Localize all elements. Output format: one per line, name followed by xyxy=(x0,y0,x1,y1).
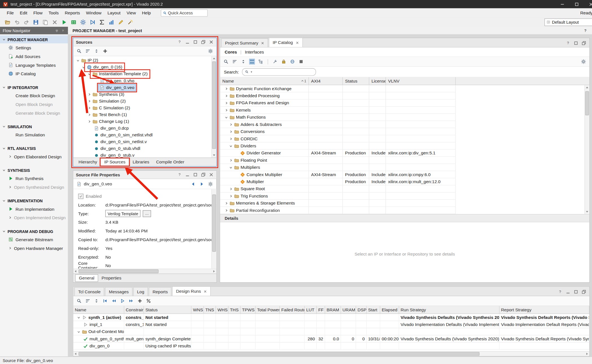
column-header-status[interactable]: Status xyxy=(144,306,191,314)
run-row-mult-gen-0-synth-1[interactable]: mult_gen_0_synth_1mult_gen_0synth_design… xyxy=(73,335,589,342)
tree-item-change-log-1[interactable]: Change Log (1) xyxy=(73,118,217,125)
flow-section-project-manager[interactable]: PROJECT MANAGER xyxy=(0,35,68,43)
menu-layout[interactable]: Layout xyxy=(105,9,124,16)
tab-design-runs[interactable]: Design Runs xyxy=(172,286,211,296)
collapse-all-button[interactable] xyxy=(85,298,90,303)
properties-float-icon[interactable] xyxy=(201,172,206,177)
column-header-lut[interactable]: LUT xyxy=(305,306,317,314)
run-row-impl-1[interactable]: impl_1constrs_1Not startedVivado Impleme… xyxy=(73,321,589,328)
chevron-right-icon[interactable] xyxy=(225,208,228,212)
properties-vertical-scrollbar[interactable] xyxy=(211,189,216,268)
column-header-axi4[interactable]: AXI4 xyxy=(309,77,343,85)
column-header-bram[interactable]: BRAM xyxy=(325,306,341,314)
scroll-left-button[interactable] xyxy=(73,352,78,356)
flow-item-open-block-design[interactable]: Open Block Design xyxy=(0,100,68,108)
catalog-row-dynamic-function-exchange[interactable]: Dynamic Function eXchange xyxy=(220,85,589,92)
catalog-row-adders-subtracters[interactable]: Adders & Subtracters xyxy=(220,121,589,128)
tab-ip-catalog[interactable]: IP Catalog xyxy=(269,38,303,47)
chevron-right-icon[interactable] xyxy=(229,137,233,140)
column-header-uram[interactable]: URAM xyxy=(341,306,356,314)
go-first-button[interactable] xyxy=(103,298,107,303)
flow-item-open-elaborated-design[interactable]: Open Elaborated Design xyxy=(0,152,68,161)
sources-panel-header[interactable]: Sources ? xyxy=(73,38,217,46)
tab-libraries[interactable]: Libraries xyxy=(129,159,153,165)
catalog-help-icon[interactable]: ? xyxy=(566,41,570,45)
search-button[interactable] xyxy=(77,49,81,54)
catalog-row-kernels[interactable]: Kernels xyxy=(220,107,589,114)
gear-icon[interactable] xyxy=(208,181,213,186)
lock-button[interactable] xyxy=(281,59,286,64)
save-button[interactable] xyxy=(33,19,39,25)
collapse-all-button[interactable] xyxy=(232,59,237,64)
chevron-right-icon[interactable] xyxy=(225,101,228,105)
column-header-elapsed[interactable]: Elapsed xyxy=(380,306,399,314)
resume-button[interactable] xyxy=(120,298,125,303)
scrollbar-thumb[interactable] xyxy=(212,61,216,149)
menu-tools[interactable]: Tools xyxy=(46,9,62,16)
menu-flow[interactable]: Flow xyxy=(30,9,46,16)
column-header-whs[interactable]: WHS xyxy=(216,306,228,314)
close-tab-icon[interactable] xyxy=(295,41,299,44)
chevron-down-icon[interactable] xyxy=(77,316,80,319)
tab-hierarchy[interactable]: Hierarchy xyxy=(75,159,101,165)
tree-item-div-gen-0-16[interactable]: div_gen_0 (16) xyxy=(73,64,217,70)
column-header-ths[interactable]: THS xyxy=(228,306,240,314)
column-header-name[interactable]: Name1 xyxy=(220,77,309,85)
catalog-row-conversions[interactable]: Conversions xyxy=(220,128,589,135)
collapse-all-button[interactable] xyxy=(85,49,90,54)
menu-edit[interactable]: Edit xyxy=(17,9,30,16)
maximize-button[interactable] xyxy=(574,1,579,7)
tree-item-div-gen-0-dcp[interactable]: div_gen_0.dcp xyxy=(73,125,217,132)
column-header-total-power[interactable]: Total Power xyxy=(256,306,280,314)
menu-reports[interactable]: Reports xyxy=(62,9,83,16)
back-icon[interactable] xyxy=(191,181,195,186)
undo-button[interactable] xyxy=(14,19,20,25)
type-dropdown[interactable]: Verilog Template xyxy=(105,210,141,217)
column-header-constraints[interactable]: Constraints xyxy=(124,306,144,314)
subtab-interfaces[interactable]: Interfaces xyxy=(245,50,264,54)
flow-item-run-simulation[interactable]: Run Simulation xyxy=(0,130,68,139)
settings-gear-button[interactable] xyxy=(208,49,213,54)
tree-item-test-bench-1[interactable]: Test Bench (1) xyxy=(73,111,217,118)
catalog-row-divider-generator[interactable]: Divider GeneratorAXI4-StreamProductionIn… xyxy=(220,150,589,157)
run-row-out-of-context-module-runs[interactable]: Out-of-Context Module Runs xyxy=(73,328,589,335)
step-back-button[interactable] xyxy=(111,298,116,303)
tree-item-div-gen-0-sim-netlist-v[interactable]: div_gen_0_sim_netlist.v xyxy=(73,138,217,145)
subtab-cores[interactable]: Cores xyxy=(225,50,237,54)
chevron-right-icon[interactable] xyxy=(225,108,228,112)
details-section-header[interactable]: Details xyxy=(220,214,589,222)
sources-minimize-icon[interactable] xyxy=(185,39,190,44)
chevron-right-icon[interactable] xyxy=(88,106,91,110)
redo-button[interactable] xyxy=(23,19,29,25)
settings-button[interactable] xyxy=(80,19,86,25)
edit-button[interactable] xyxy=(118,19,124,25)
properties-help-icon[interactable]: ? xyxy=(177,172,182,177)
catalog-row-complex-multiplier[interactable]: Complex MultiplierAXI4-StreamProductionI… xyxy=(220,171,589,178)
column-header-name[interactable]: Name xyxy=(73,306,124,314)
flow-item-ip-catalog[interactable]: IP Catalog xyxy=(0,69,68,78)
sources-vertical-scrollbar[interactable] xyxy=(211,56,216,157)
flow-item-run-implementation[interactable]: Run Implementation xyxy=(0,205,68,213)
bottom-panel-float-icon[interactable] xyxy=(582,289,586,294)
tree-item-synthesis-3[interactable]: Synthesis (3) xyxy=(73,91,217,97)
chevron-right-icon[interactable] xyxy=(88,92,91,96)
catalog-search-input[interactable] xyxy=(242,68,316,76)
chevron-down-icon[interactable] xyxy=(229,166,233,169)
properties-button[interactable] xyxy=(273,59,277,64)
open-folder-button[interactable] xyxy=(5,19,10,25)
details-button[interactable] xyxy=(299,59,303,64)
flow-item-generate-block-design[interactable]: Generate Block Design xyxy=(0,108,68,117)
tree-item-div-gen-0-vho[interactable]: div_gen_0.vho xyxy=(73,77,217,84)
sum-button[interactable] xyxy=(99,19,105,25)
menu-view[interactable]: View xyxy=(123,9,139,16)
flow-item-generate-bitstream[interactable]: Generate Bitstream xyxy=(0,235,68,244)
menu-help[interactable]: Help xyxy=(139,9,154,16)
chevron-right-icon[interactable] xyxy=(229,158,233,162)
column-header-tns[interactable]: TNS xyxy=(204,306,216,314)
bottom-panel-maximize-icon[interactable] xyxy=(573,289,578,294)
sources-float-icon[interactable] xyxy=(201,39,206,44)
quick-access-search[interactable]: Quick Access xyxy=(161,9,207,16)
tab-messages[interactable]: Messages xyxy=(105,287,132,296)
catalog-row-multiplier[interactable]: MultiplierProductionIncludedxilinx.com:i… xyxy=(220,178,589,185)
tree-item-div-gen-0-stub-vhdl[interactable]: div_gen_0_stub.vhdl xyxy=(73,145,217,152)
